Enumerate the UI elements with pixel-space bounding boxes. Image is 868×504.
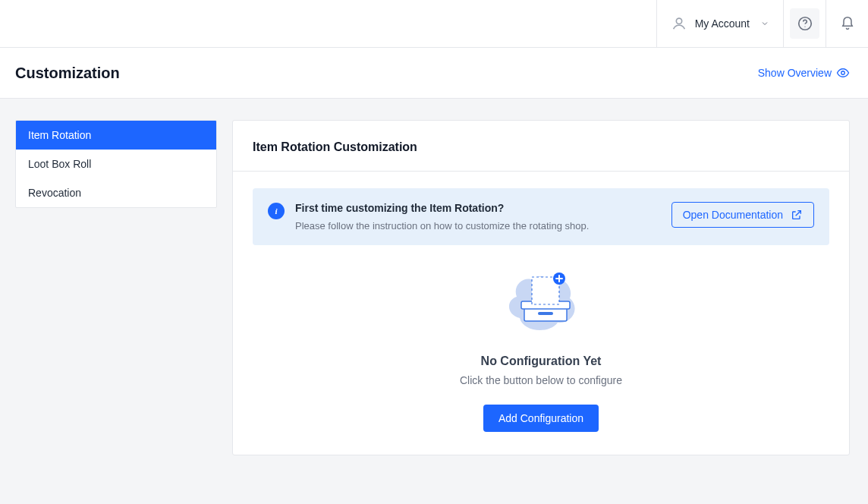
add-configuration-button[interactable]: Add Configuration	[483, 405, 599, 432]
title-bar: Customization Show Overview	[0, 48, 868, 99]
panel-header: Item Rotation Customization	[233, 121, 849, 172]
help-icon	[797, 15, 813, 32]
show-overview-link[interactable]: Show Overview	[758, 66, 850, 80]
notifications-button[interactable]	[826, 0, 868, 47]
main-panel: Item Rotation Customization i First time…	[232, 120, 850, 455]
panel-body: i First time customizing the Item Rotati…	[233, 172, 849, 455]
sidebar-item-item-rotation[interactable]: Item Rotation	[16, 121, 216, 150]
eye-icon	[836, 66, 850, 80]
sidebar-item-label: Item Rotation	[28, 129, 91, 141]
panel-title: Item Rotation Customization	[253, 140, 829, 154]
info-banner: i First time customizing the Item Rotati…	[253, 188, 829, 245]
info-banner-description: Please follow the instruction on how to …	[295, 220, 589, 232]
sidebar: Item Rotation Loot Box Roll Revocation	[15, 120, 217, 208]
info-banner-title: First time customizing the Item Rotation…	[295, 202, 589, 214]
chevron-down-icon	[760, 19, 769, 28]
workspace: Item Rotation Loot Box Roll Revocation I…	[0, 99, 868, 504]
svg-rect-6	[538, 312, 553, 315]
help-button[interactable]	[783, 0, 826, 47]
empty-state: No Configuration Yet Click the button be…	[253, 266, 829, 432]
sidebar-item-revocation[interactable]: Revocation	[16, 178, 216, 207]
account-label: My Account	[695, 17, 750, 30]
empty-state-description: Click the button below to configure	[460, 374, 622, 386]
empty-illustration-icon	[488, 266, 594, 342]
sidebar-item-label: Revocation	[28, 187, 81, 199]
svg-point-0	[676, 18, 681, 24]
sidebar-item-loot-box-roll[interactable]: Loot Box Roll	[16, 150, 216, 178]
svg-point-2	[804, 27, 805, 27]
page-title: Customization	[15, 65, 120, 82]
open-documentation-label: Open Documentation	[683, 209, 783, 221]
user-icon	[671, 15, 687, 32]
empty-state-title: No Configuration Yet	[481, 354, 602, 368]
sidebar-item-label: Loot Box Roll	[28, 158, 91, 170]
external-link-icon	[791, 209, 803, 221]
svg-point-3	[841, 71, 845, 75]
bell-icon	[840, 16, 855, 31]
info-icon: i	[268, 203, 285, 219]
account-menu[interactable]: My Account	[656, 0, 783, 47]
open-documentation-button[interactable]: Open Documentation	[671, 202, 814, 228]
top-bar: My Account	[0, 0, 868, 48]
show-overview-label: Show Overview	[758, 67, 832, 79]
add-configuration-label: Add Configuration	[498, 412, 583, 424]
